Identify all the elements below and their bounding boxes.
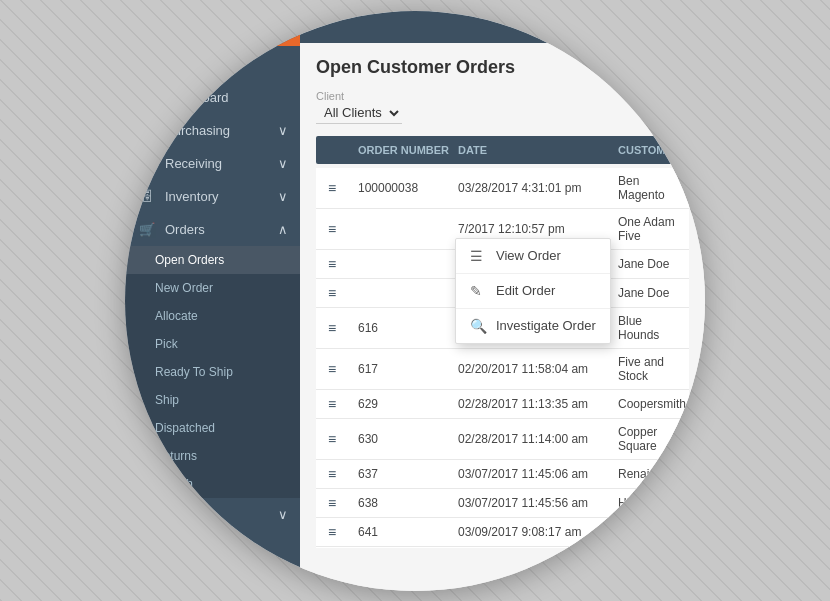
chevron-orders-icon: ∧ [278, 222, 288, 237]
app-container: Phoenix Warehouse ▼ Inventory ⊞ Dashboar… [125, 11, 705, 591]
row-menu-icon: ≡ [328, 285, 358, 301]
customer-name: Blue Hounds [618, 314, 677, 342]
row-menu-icon: ≡ [328, 180, 358, 196]
col-header-order: Order Number [358, 144, 458, 156]
order-date: 7/2017 12:10:57 pm [458, 222, 618, 236]
edit-order-icon: ✎ [470, 283, 486, 299]
inventory-icon: 🗄 [137, 189, 157, 204]
investigate-order-label: Investigate Order [496, 318, 596, 333]
order-date: 03/09/2017 9:08:17 am [458, 525, 618, 539]
context-menu-investigate-order[interactable]: 🔍 Investigate Order [456, 309, 610, 343]
submenu-pick[interactable]: Pick [125, 330, 300, 358]
table-row[interactable]: ≡ 100000038 03/28/2017 4:31:01 pm Ben Ma… [316, 168, 689, 209]
orders-submenu: Open Orders New Order Allocate Pick Read… [125, 246, 300, 498]
table-row[interactable]: ≡ 637 03/07/2017 11:45:06 am Renaissance [316, 460, 689, 489]
warehouse-selector[interactable]: Phoenix Warehouse ▼ [125, 11, 300, 46]
chevron-down-icon: ▼ [267, 21, 280, 36]
order-date: 03/07/2017 11:45:56 am [458, 496, 618, 510]
order-number: 637 [358, 467, 458, 481]
order-number: 100000038 [358, 181, 458, 195]
sidebar-item-orders[interactable]: 🛒 Orders ∧ [125, 213, 300, 246]
submenu-new-order[interactable]: New Order [125, 274, 300, 302]
page-area: Open Customer Orders Client All Clients … [300, 43, 705, 591]
sidebar-item-receiving[interactable]: 📦 Receiving ∨ [125, 147, 300, 180]
table-row[interactable]: ≡ 638 03/07/2017 11:45:56 am Hiltonaora [316, 489, 689, 518]
filter-group: Client All Clients [316, 90, 402, 124]
sidebar-item-dashboard[interactable]: ⊞ Dashboard [125, 81, 300, 114]
customer-name: Hiltonaora [618, 496, 677, 510]
customer-name: Coopersmith [618, 397, 686, 411]
order-number: 641 [358, 525, 458, 539]
orders-label: Orders [165, 222, 205, 237]
submenu-ship[interactable]: Ship [125, 386, 300, 414]
table-row[interactable]: ≡ 641 03/09/2017 9:08:17 am One [316, 518, 689, 547]
table-row[interactable]: ≡ 630 02/28/2017 11:14:00 am Copper Squa… [316, 419, 689, 460]
chevron-purchasing-icon: ∨ [278, 123, 288, 138]
row-menu-icon: ≡ [328, 320, 358, 336]
order-date: 02/28/2017 11:14:00 am [458, 432, 618, 446]
row-menu-icon: ≡ [328, 396, 358, 412]
filter-label: Client [316, 90, 402, 102]
sidebar: Phoenix Warehouse ▼ Inventory ⊞ Dashboar… [125, 11, 300, 591]
order-number: 629 [358, 397, 458, 411]
client-select[interactable]: All Clients [316, 102, 402, 124]
edit-order-label: Edit Order [496, 283, 555, 298]
submenu-ready-to-ship[interactable]: Ready To Ship [125, 358, 300, 386]
submenu-returns[interactable]: Returns [125, 442, 300, 470]
submenu-open-orders[interactable]: Open Orders [125, 246, 300, 274]
customer-name: Jane Doe [618, 286, 677, 300]
receiving-icon: 📦 [137, 156, 157, 171]
view-order-icon: ☰ [470, 248, 486, 264]
row-menu-icon: ≡ [328, 256, 358, 272]
order-number: 638 [358, 496, 458, 510]
customer-name: Jane Doe [618, 257, 677, 271]
chevron-inventory-icon: ∨ [278, 189, 288, 204]
top-bar [300, 11, 705, 43]
customer-name: One [618, 525, 677, 539]
table-row[interactable]: ≡ 642 03/15/2017 7:52:49 am [316, 547, 689, 548]
chevron-stock-icon: ∨ [278, 507, 288, 522]
investigate-order-icon: 🔍 [470, 318, 486, 334]
customer-name: Ben Magento [618, 174, 677, 202]
submenu-dispatched[interactable]: Dispatched [125, 414, 300, 442]
customer-name: Renaissance [618, 467, 687, 481]
purchasing-icon: 📋 [137, 123, 157, 138]
main-content: Open Customer Orders Client All Clients … [300, 11, 705, 591]
view-order-label: View Order [496, 248, 561, 263]
row-menu-icon: ≡ [328, 466, 358, 482]
context-menu-view-order[interactable]: ☰ View Order [456, 239, 610, 274]
customer-name: Five and Stock [618, 355, 677, 383]
order-date: 03/28/2017 4:31:01 pm [458, 181, 618, 195]
order-date: 02/20/2017 11:58:04 am [458, 362, 618, 376]
filter-row: Client All Clients [316, 90, 689, 124]
chevron-receiving-icon: ∨ [278, 156, 288, 171]
table-row[interactable]: ≡ 629 02/28/2017 11:13:35 am Coopersmith [316, 390, 689, 419]
order-date: 02/28/2017 11:13:35 am [458, 397, 618, 411]
warehouse-label: Phoenix Warehouse [137, 21, 261, 36]
submenu-allocate[interactable]: Allocate [125, 302, 300, 330]
order-number: 617 [358, 362, 458, 376]
page-title: Open Customer Orders [316, 57, 689, 78]
sidebar-item-inventory[interactable]: 🗄 Inventory ∨ [125, 180, 300, 213]
customer-name: Copper Square [618, 425, 677, 453]
app-wrapper: Phoenix Warehouse ▼ Inventory ⊞ Dashboar… [125, 11, 705, 591]
order-date: 03/07/2017 11:45:06 am [458, 467, 618, 481]
order-number: 616 [358, 321, 458, 335]
row-menu-icon: ≡ [328, 524, 358, 540]
context-menu: ☰ View Order ✎ Edit Order 🔍 Investigate … [455, 238, 611, 344]
table-header-bar: Order Number Date Customer [316, 136, 689, 164]
sidebar-item-stock-issue[interactable]: ⚠ k Issue ∨ [125, 498, 300, 531]
submenu-search[interactable]: Search [125, 470, 300, 498]
stock-issue-label: k Issue [165, 507, 206, 522]
table-body: ≡ 100000038 03/28/2017 4:31:01 pm Ben Ma… [316, 168, 689, 548]
dashboard-icon: ⊞ [137, 90, 157, 105]
sidebar-item-purchasing[interactable]: 📋 Purchasing ∨ [125, 114, 300, 147]
col-header-date: Date [458, 144, 618, 156]
table-row[interactable]: ≡ 617 02/20/2017 11:58:04 am Five and St… [316, 349, 689, 390]
row-menu-icon: ≡ [328, 221, 358, 237]
sidebar-item-label: Dashboard [165, 90, 229, 105]
context-menu-edit-order[interactable]: ✎ Edit Order [456, 274, 610, 309]
inventory-label: Inventory [165, 189, 218, 204]
purchasing-label: Purchasing [165, 123, 230, 138]
stock-issue-icon: ⚠ [137, 507, 157, 522]
